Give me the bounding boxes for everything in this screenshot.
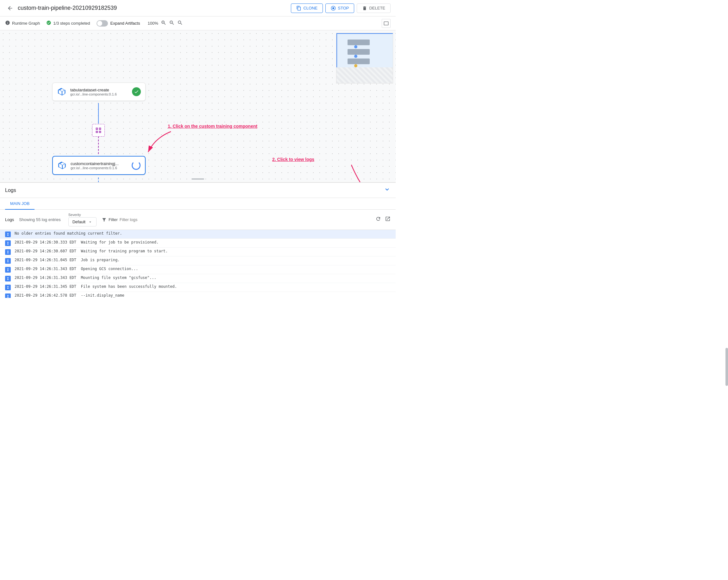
log-icon: I	[5, 231, 11, 237]
filter-input[interactable]	[120, 217, 173, 222]
log-entry: INo older entries found matching current…	[0, 230, 396, 239]
back-button[interactable]	[5, 3, 15, 13]
logs-section: Logs MAIN JOB Logs Showing 55 log entrie…	[0, 182, 396, 298]
node-tabulardataset-create[interactable]: tabulardataset-create gcr.io/...line-com…	[52, 83, 146, 101]
logs-body[interactable]: INo older entries found matching current…	[0, 230, 396, 298]
node-cube-icon-1	[57, 87, 67, 97]
toolbar-right	[382, 19, 391, 28]
logs-title: Logs	[5, 188, 16, 193]
severity-value: Default	[73, 219, 85, 224]
node-cube-icon-2	[57, 160, 68, 170]
log-icon: I	[5, 285, 11, 290]
toggle-switch[interactable]	[97, 20, 108, 27]
logs-header: Logs	[0, 183, 396, 198]
node-customcontainertraining[interactable]: customcontainertrainingj... gcr.io/...li…	[52, 156, 146, 175]
annotation-step2: 2. Click to view logs	[272, 157, 314, 162]
log-text: No older entries found matching current …	[15, 231, 122, 236]
logs-label: Logs	[5, 217, 14, 222]
node-intermediate[interactable]	[92, 124, 105, 137]
open-external-logs-button[interactable]	[385, 216, 391, 223]
log-entry: I2021-09-29 14:26:31.345 EDT File system…	[0, 283, 396, 292]
node-info-2: customcontainertrainingj... gcr.io/...li…	[71, 161, 129, 170]
minimap[interactable]	[336, 33, 393, 83]
log-icon: I	[5, 258, 11, 264]
log-icon: I	[5, 294, 11, 298]
log-text: 2021-09-29 14:26:30.333 EDT Waiting for …	[15, 240, 159, 245]
logs-actions	[375, 216, 391, 223]
log-text: 2021-09-29 14:26:31.343 EDT Opening GCS …	[15, 267, 138, 271]
info-icon	[5, 20, 10, 26]
zoom-out-button[interactable]	[169, 20, 175, 27]
header-actions: CLONE STOP DELETE	[291, 3, 391, 13]
log-entry: I2021-09-29 14:26:30.333 EDT Waiting for…	[0, 239, 396, 248]
zoom-controls: 100%	[148, 20, 183, 27]
expand-artifacts-toggle[interactable]: Expand Artifacts	[97, 20, 140, 27]
log-text: 2021-09-29 14:26:42.578 EDT --init.displ…	[15, 293, 124, 298]
severity-group: Severity Default	[68, 213, 97, 226]
log-icon: I	[5, 276, 11, 281]
node-status-success	[132, 87, 141, 96]
refresh-logs-button[interactable]	[375, 216, 381, 223]
annotation-arrow-1	[146, 129, 177, 160]
logs-expand-button[interactable]	[384, 186, 391, 194]
stop-button[interactable]: STOP	[326, 3, 354, 13]
node-info-1: tabulardataset-create gcr.io/...line-com…	[70, 88, 129, 96]
annotation-step1: 1. Click on the custom training componen…	[168, 123, 257, 129]
log-entry: I2021-09-29 14:26:42.578 EDT --init.disp…	[0, 292, 396, 298]
node-status-running	[132, 161, 140, 170]
header: custom-train-pipeline-20210929182539 CLO…	[0, 0, 396, 17]
toolbar: Runtime Graph 1/3 steps completed Expand…	[0, 17, 396, 30]
minimap-content	[336, 33, 393, 83]
svg-rect-1	[333, 7, 334, 9]
log-entry: I2021-09-29 14:26:30.607 EDT Waiting for…	[0, 248, 396, 256]
log-icon: I	[5, 249, 11, 255]
logs-controls: Logs Showing 55 log entries Severity Def…	[0, 210, 396, 230]
main-container: tabulardataset-create gcr.io/...line-com…	[0, 30, 396, 298]
canvas-area[interactable]: tabulardataset-create gcr.io/...line-com…	[0, 30, 396, 182]
log-text: 2021-09-29 14:26:30.607 EDT Waiting for …	[15, 249, 168, 253]
delete-button[interactable]: DELETE	[357, 3, 391, 13]
log-icon: I	[5, 267, 11, 273]
severity-select[interactable]: Default	[68, 217, 97, 226]
logs-count: Showing 55 log entries	[19, 217, 61, 222]
zoom-level: 100%	[148, 21, 158, 26]
log-icon: I	[5, 240, 11, 246]
fullscreen-button[interactable]	[382, 19, 391, 28]
page-title: custom-train-pipeline-20210929182539	[18, 5, 291, 11]
tab-main-job[interactable]: MAIN JOB	[5, 198, 34, 210]
zoom-in-button[interactable]	[161, 20, 166, 27]
log-text: 2021-09-29 14:26:31.345 EDT File system …	[15, 284, 177, 289]
runtime-graph-btn[interactable]: Runtime Graph	[5, 20, 40, 26]
severity-label: Severity	[68, 213, 97, 217]
filter-button[interactable]: Filter	[102, 217, 173, 222]
log-text: 2021-09-29 14:26:31.343 EDT Mounting fil…	[15, 275, 156, 280]
log-entry: I2021-09-29 14:26:31.343 EDT Opening GCS…	[0, 265, 396, 274]
steps-completed: 1/3 steps completed	[46, 20, 90, 26]
clone-button[interactable]: CLONE	[291, 3, 323, 13]
log-entry: I2021-09-29 14:26:31.045 EDT Job is prep…	[0, 256, 396, 265]
annotation-arrow-2	[272, 162, 380, 182]
check-circle-icon	[46, 20, 51, 26]
log-entry: I2021-09-29 14:26:31.343 EDT Mounting fi…	[0, 274, 396, 283]
scroll-handle	[191, 178, 204, 179]
log-text: 2021-09-29 14:26:31.045 EDT Job is prepa…	[15, 258, 120, 262]
zoom-reset-button[interactable]	[177, 20, 183, 27]
logs-tabs: MAIN JOB	[0, 198, 396, 210]
